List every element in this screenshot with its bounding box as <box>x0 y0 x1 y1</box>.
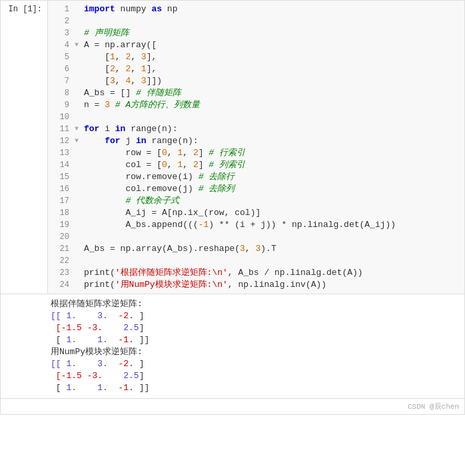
fold-arrow[interactable]: ▼ <box>75 135 83 147</box>
token-nm: 0 <box>162 148 167 158</box>
line-content: col.remove(j) # 去除列 <box>84 183 462 195</box>
fold-arrow[interactable] <box>75 243 83 255</box>
code-line: 20 <box>48 231 464 243</box>
output-token: ] <box>139 370 145 382</box>
fold-arrow[interactable] <box>75 15 83 27</box>
fold-arrow[interactable] <box>75 207 83 219</box>
token-nm: 3 <box>105 100 110 110</box>
output-token: 根据伴随矩阵求逆矩阵: <box>51 298 143 310</box>
output-token: 2.5 <box>118 322 139 334</box>
output-token <box>77 358 92 370</box>
token-nm: 0 <box>162 160 167 170</box>
fold-arrow[interactable] <box>75 111 83 123</box>
line-content: n = 3 # A方阵的行、列数量 <box>84 99 462 111</box>
output-token <box>103 322 118 334</box>
token-id: col = [ <box>84 160 162 170</box>
fold-arrow[interactable] <box>75 147 83 159</box>
line-number: 24 <box>51 279 69 291</box>
output-token: ]] <box>134 382 149 394</box>
line-content: # 声明矩阵 <box>84 27 462 39</box>
line-number: 5 <box>51 51 69 63</box>
fold-arrow[interactable] <box>75 255 83 267</box>
token-cm: # 去除行 <box>199 172 235 182</box>
output-line: 根据伴随矩阵求逆矩阵: <box>51 298 459 310</box>
line-number: 6 <box>51 63 69 75</box>
token-id: , <box>115 52 126 62</box>
output-line: [-1.5 -3. 2.5] <box>51 322 459 334</box>
token-cm: # 列索引 <box>209 160 245 170</box>
token-id: , <box>131 64 141 74</box>
fold-arrow[interactable]: ▼ <box>75 39 83 51</box>
line-content: [2, 2, 1], <box>84 63 462 75</box>
token-cm: # 伴随矩阵 <box>136 88 181 98</box>
line-number: 20 <box>51 231 69 243</box>
output-token: [[ 1. <box>51 310 77 322</box>
output-token: -1. <box>118 382 133 394</box>
code-area[interactable]: 1 import numpy as np2 3 # 声明矩阵4▼A = np.a… <box>47 1 464 294</box>
token-id: ], <box>147 52 157 62</box>
line-content: # 代数余子式 <box>84 195 462 207</box>
output-token: 1. <box>92 334 107 346</box>
token-kw: in <box>115 124 126 134</box>
output-token <box>108 382 119 394</box>
fold-arrow[interactable]: ▼ <box>75 123 83 135</box>
output-token: -3. <box>87 322 103 334</box>
output-token <box>108 334 119 346</box>
code-line: 4▼A = np.array([ <box>48 39 464 51</box>
token-id: , A_bs / np.linalg.det(A)) <box>228 268 363 278</box>
line-number: 3 <box>51 27 69 39</box>
fold-arrow[interactable] <box>75 87 83 99</box>
fold-arrow[interactable] <box>75 171 83 183</box>
token-id: , <box>115 76 126 86</box>
token-id: [ <box>84 52 110 62</box>
fold-arrow[interactable] <box>75 183 83 195</box>
token-id: , <box>115 64 126 74</box>
output-token: -3. <box>87 370 103 382</box>
line-content: A_bs.append(((-1) ** (i + j)) * np.linal… <box>84 219 462 231</box>
fold-arrow[interactable] <box>75 267 83 279</box>
fold-arrow[interactable] <box>75 231 83 243</box>
token-id: A_bs = np.array(A_bs).reshape( <box>84 244 240 254</box>
line-content: A_bs = [] # 伴随矩阵 <box>84 87 462 99</box>
output-token <box>82 322 87 334</box>
fold-arrow[interactable] <box>75 219 83 231</box>
token-nm: 1 <box>141 64 147 74</box>
fold-arrow[interactable] <box>75 51 83 63</box>
code-line: 16 col.remove(j) # 去除列 <box>48 183 464 195</box>
token-cm: # 行索引 <box>209 148 245 158</box>
output-token: [ <box>51 334 66 346</box>
token-nm: -1 <box>199 220 209 230</box>
token-id <box>84 196 125 206</box>
fold-arrow[interactable] <box>75 63 83 75</box>
token-nm: 3 <box>240 244 245 254</box>
fold-arrow[interactable] <box>75 75 83 87</box>
fold-arrow[interactable] <box>75 99 83 111</box>
token-id: ], <box>147 64 157 74</box>
notebook-cell: In [1]: 1 import numpy as np2 3 # 声明矩阵4▼… <box>0 0 465 294</box>
line-content: A_ij = A[np.ix_(row, col)] <box>84 207 462 219</box>
line-number: 12 <box>51 135 69 147</box>
fold-arrow[interactable] <box>75 3 83 15</box>
output-token <box>82 370 87 382</box>
output-token: ] <box>139 322 145 334</box>
code-line: 23 print('根据伴随矩阵求逆矩阵:\n', A_bs / np.lina… <box>48 267 464 279</box>
token-id: , <box>245 244 256 254</box>
output-token: [-1.5 <box>51 322 82 334</box>
line-number: 18 <box>51 207 69 219</box>
token-id: numpy <box>115 4 152 14</box>
fold-arrow[interactable] <box>75 195 83 207</box>
token-nm: 2 <box>110 64 115 74</box>
token-id: [ <box>84 76 110 86</box>
token-id <box>110 100 115 110</box>
fold-arrow[interactable] <box>75 159 83 171</box>
output-token: 用NumPy模块求逆矩阵: <box>51 346 143 358</box>
line-content: for j in range(n): <box>84 135 462 147</box>
fold-arrow[interactable] <box>75 279 83 291</box>
cell-label: In [1]: <box>1 1 47 294</box>
code-line: 21 A_bs = np.array(A_bs).reshape(3, 3).T <box>48 243 464 255</box>
token-nm: 3 <box>141 52 147 62</box>
token-id: np <box>162 4 177 14</box>
fold-arrow[interactable] <box>75 27 83 39</box>
code-line: 18 A_ij = A[np.ix_(row, col)] <box>48 207 464 219</box>
line-number: 10 <box>51 111 69 123</box>
